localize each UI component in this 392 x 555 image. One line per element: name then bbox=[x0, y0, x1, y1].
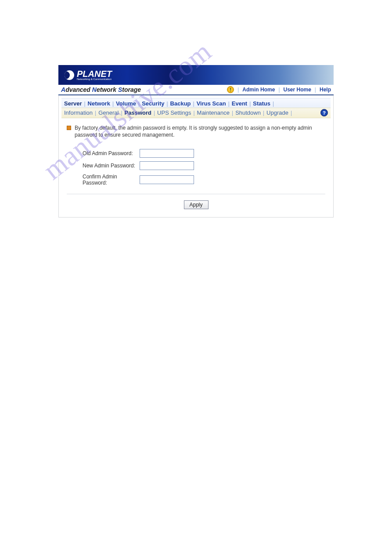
title-bar: Advanced Network Storage ! | Admin Home … bbox=[58, 85, 334, 95]
tab-volume[interactable]: Volume bbox=[114, 100, 138, 107]
brand-tagline: Networking & Communication bbox=[77, 78, 112, 80]
top-links: ! | Admin Home | User Home | Help bbox=[227, 86, 331, 93]
page-content: By factory default, the admin password i… bbox=[61, 118, 331, 214]
tab-server[interactable]: Server bbox=[62, 100, 83, 107]
tab-security[interactable]: Security bbox=[140, 100, 166, 107]
row-old-password: Old Admin Password: bbox=[83, 149, 325, 158]
subtab-general[interactable]: General bbox=[97, 109, 120, 116]
logo-text: PLANET Networking & Communication bbox=[77, 69, 112, 80]
tab-network[interactable]: Network bbox=[86, 100, 112, 107]
row-new-password: New Admin Password: bbox=[83, 161, 325, 170]
tab-event[interactable]: Event bbox=[230, 100, 249, 107]
password-form: Old Admin Password: New Admin Password: … bbox=[83, 149, 325, 186]
help-link[interactable]: Help bbox=[320, 87, 331, 93]
input-confirm-password[interactable] bbox=[140, 175, 194, 184]
tab-status[interactable]: Status bbox=[251, 100, 272, 107]
input-new-password[interactable] bbox=[140, 161, 194, 170]
user-home-link[interactable]: User Home bbox=[284, 87, 311, 93]
subtab-information[interactable]: Information bbox=[62, 109, 94, 116]
header-banner: PLANET Networking & Communication bbox=[58, 65, 334, 85]
info-message: By factory default, the admin password i… bbox=[67, 124, 325, 138]
product-title: Advanced Network Storage bbox=[61, 86, 141, 93]
admin-home-link[interactable]: Admin Home bbox=[242, 87, 275, 93]
tab-container: Server| Network| Volume| Security| Backu… bbox=[61, 98, 331, 118]
subtab-maintenance[interactable]: Maintenance bbox=[195, 109, 231, 116]
brand-name: PLANET bbox=[77, 69, 112, 78]
info-message-text: By factory default, the admin password i… bbox=[75, 124, 325, 138]
context-help-icon[interactable]: ? bbox=[320, 109, 328, 116]
label-new-password: New Admin Password: bbox=[83, 163, 140, 169]
apply-button[interactable]: Apply bbox=[184, 200, 209, 209]
planet-logo-icon bbox=[65, 70, 74, 80]
sub-tabs: Information| General| Password| UPS Sett… bbox=[61, 108, 331, 118]
subtab-ups-settings[interactable]: UPS Settings bbox=[155, 109, 193, 116]
input-old-password[interactable] bbox=[140, 149, 194, 158]
label-old-password: Old Admin Password: bbox=[83, 150, 140, 156]
separator: | bbox=[278, 87, 280, 93]
subtab-password[interactable]: Password bbox=[123, 109, 153, 116]
label-confirm-password: Confirm Admin Password: bbox=[83, 174, 140, 186]
app-window: PLANET Networking & Communication Advanc… bbox=[58, 65, 334, 218]
subtab-upgrade[interactable]: Upgrade bbox=[265, 109, 290, 116]
tab-backup[interactable]: Backup bbox=[169, 100, 193, 107]
primary-tabs: Server| Network| Volume| Security| Backu… bbox=[61, 98, 331, 108]
row-confirm-password: Confirm Admin Password: bbox=[83, 174, 325, 186]
bullet-icon bbox=[67, 126, 71, 130]
subtab-shutdown[interactable]: Shutdown bbox=[234, 109, 263, 116]
separator: | bbox=[315, 87, 316, 93]
action-row: Apply bbox=[67, 200, 325, 209]
content-panel: Server| Network| Volume| Security| Backu… bbox=[58, 95, 334, 218]
divider bbox=[67, 194, 325, 194]
tab-virus-scan[interactable]: Virus Scan bbox=[195, 100, 228, 107]
alert-icon[interactable]: ! bbox=[227, 86, 234, 93]
separator: | bbox=[237, 87, 239, 93]
logo: PLANET Networking & Communication bbox=[58, 69, 112, 80]
